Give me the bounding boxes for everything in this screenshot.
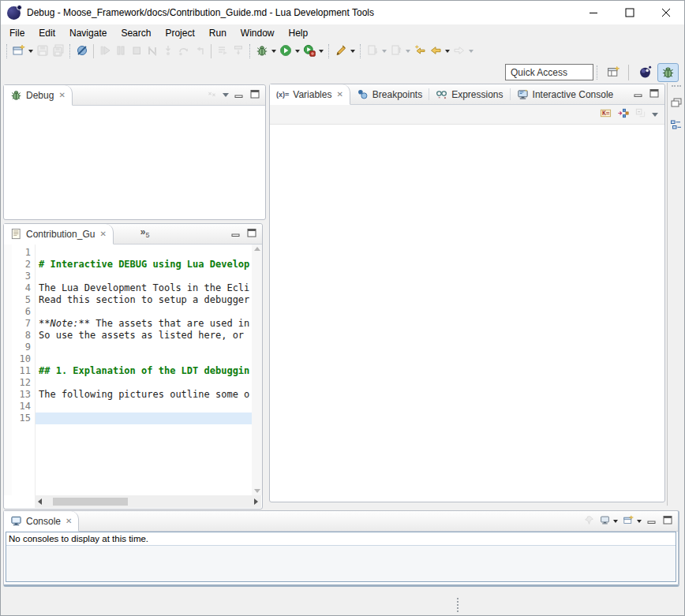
menu-project[interactable]: Project — [158, 26, 201, 40]
toolbar-grip — [360, 44, 361, 58]
window-maximize-button[interactable] — [612, 1, 648, 24]
chevron-down-icon[interactable] — [406, 50, 410, 53]
pin-console-icon[interactable] — [584, 515, 594, 528]
minimize-view-icon[interactable] — [634, 88, 644, 101]
close-icon[interactable]: ✕ — [66, 517, 72, 525]
status-bar-drag-handle[interactable] — [457, 598, 460, 612]
collapse-all-icon[interactable] — [634, 107, 646, 121]
menu-file[interactable]: File — [2, 26, 32, 40]
chevron-down-icon[interactable] — [271, 50, 276, 53]
debug-perspective-button[interactable] — [657, 63, 679, 82]
line-number: 2 — [12, 259, 31, 271]
quick-access-input[interactable]: Quick Access — [505, 64, 593, 80]
remove-all-terminated-icon[interactable] — [207, 89, 217, 102]
terminate-button — [129, 43, 144, 60]
close-icon[interactable]: ✕ — [99, 230, 106, 238]
view-menu-icon[interactable] — [223, 93, 229, 97]
show-logical-structures-icon[interactable] — [617, 107, 629, 121]
editor-text-area[interactable]: # Interactive DEBUG using Lua DevelopThe… — [35, 245, 252, 495]
menu-edit[interactable]: Edit — [32, 26, 62, 40]
outline-view-icon[interactable] — [670, 119, 683, 134]
tab-editor-contribution-guide[interactable]: Contribution_Gu ✕ — [4, 224, 114, 245]
scroll-right-icon[interactable] — [254, 498, 258, 505]
line-number: 5 — [12, 294, 31, 306]
scrollbar-thumb[interactable] — [53, 498, 128, 506]
toolbar-grip — [597, 65, 598, 80]
tab-breakpoints[interactable]: Breakpoints — [350, 84, 429, 104]
chevron-down-icon[interactable] — [319, 50, 324, 53]
back-button[interactable] — [428, 43, 451, 60]
window-title: Debug - Moose_Framework/docs/Contributio… — [27, 7, 374, 18]
window-minimize-button[interactable] — [575, 1, 612, 24]
trim-drag-handle[interactable] — [672, 85, 681, 88]
show-type-names-icon[interactable]: K= — [600, 107, 612, 121]
menu-search[interactable]: Search — [114, 26, 158, 40]
debug-view-content[interactable] — [4, 106, 265, 219]
line-number: 9 — [12, 342, 31, 353]
scroll-down-icon[interactable] — [254, 489, 260, 493]
resume-icon — [99, 44, 111, 59]
new-wizard-button[interactable] — [11, 43, 35, 60]
run-last-coverage-button[interactable] — [301, 43, 325, 60]
chevron-down-icon[interactable] — [295, 50, 300, 53]
view-menu-icon[interactable] — [652, 113, 658, 117]
external-tools-button[interactable] — [333, 43, 357, 60]
chevron-down-icon[interactable] — [445, 50, 450, 53]
line-number: 14 — [12, 401, 31, 413]
menu-help[interactable]: Help — [282, 26, 316, 40]
console-content[interactable]: No consoles to display at this time. — [6, 532, 676, 582]
lua-perspective-button[interactable] — [634, 63, 656, 82]
suspend-icon — [114, 44, 127, 59]
debug-button[interactable] — [254, 43, 278, 60]
chevron-down-icon[interactable] — [469, 50, 474, 53]
tab-interactive-console[interactable]: Interactive Console — [511, 84, 620, 104]
scroll-up-icon[interactable] — [254, 247, 260, 251]
tab-debug[interactable]: Debug ✕ — [4, 85, 73, 106]
last-edit-location-button[interactable] — [412, 43, 428, 60]
chevron-down-icon[interactable] — [382, 50, 387, 53]
editor-vertical-scrollbar[interactable] — [252, 245, 262, 495]
tab-label: Contribution_Gu — [26, 229, 95, 240]
maximize-view-icon[interactable] — [247, 228, 257, 241]
minimize-view-icon[interactable] — [231, 228, 241, 241]
display-selected-console-icon[interactable] — [600, 515, 618, 528]
maximize-view-icon[interactable] — [250, 89, 260, 102]
editor-horizontal-scrollbar[interactable] — [35, 495, 261, 508]
line-number: 7 — [12, 318, 31, 330]
use-step-filters-button — [215, 43, 230, 60]
open-console-icon[interactable] — [623, 515, 642, 528]
maximize-view-icon[interactable] — [649, 88, 660, 101]
tab-expressions[interactable]: Expressions — [429, 84, 509, 104]
open-perspective-button[interactable] — [603, 63, 624, 82]
step-return-icon — [193, 44, 206, 59]
close-icon[interactable]: ✕ — [336, 90, 342, 99]
close-icon[interactable]: ✕ — [58, 91, 65, 99]
tab-label: Debug — [26, 90, 54, 101]
run-icon — [279, 44, 292, 59]
minimize-view-icon[interactable] — [647, 515, 657, 528]
maximize-view-icon[interactable] — [663, 515, 673, 528]
run-button[interactable] — [278, 43, 301, 60]
use-step-filters-icon — [216, 44, 229, 59]
menu-navigate[interactable]: Navigate — [62, 26, 114, 40]
console-view: Console ✕ No consoles to display at this… — [3, 510, 679, 587]
editor-line: **Note:** The assets that are used in — [36, 318, 252, 330]
variables-content[interactable] — [270, 125, 664, 502]
minimize-view-icon[interactable] — [234, 89, 245, 102]
menu-window[interactable]: Window — [234, 26, 282, 40]
editor-line — [36, 377, 252, 389]
scroll-left-icon[interactable] — [38, 498, 42, 505]
chevron-down-icon[interactable] — [28, 50, 33, 53]
hidden-editors-chevron[interactable]: »5 — [140, 224, 150, 244]
restore-view-icon[interactable] — [670, 96, 683, 111]
run-last-coverage-icon — [303, 44, 316, 59]
editor-line: Read this section to setup a debugger — [36, 294, 252, 306]
skip-all-breakpoints-button[interactable] — [74, 43, 90, 60]
menu-run[interactable]: Run — [202, 26, 234, 40]
window-close-button[interactable] — [648, 1, 684, 24]
toolbar-separator — [211, 44, 211, 58]
tab-variables[interactable]: (x)=Variables✕ — [270, 84, 350, 105]
chevron-down-icon[interactable] — [350, 50, 355, 53]
tab-console[interactable]: Console ✕ — [4, 511, 79, 532]
main-toolbar — [1, 41, 684, 62]
